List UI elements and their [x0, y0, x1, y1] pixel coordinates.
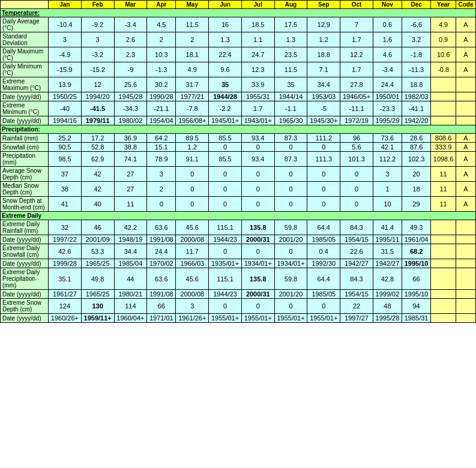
data-cell — [431, 235, 456, 244]
data-cell: 3 — [81, 32, 114, 47]
data-cell: 4.9 — [431, 17, 456, 32]
data-cell: 96 — [340, 134, 373, 143]
data-cell: 15.1 — [147, 143, 176, 152]
data-cell: 13.9 — [49, 77, 82, 92]
data-cell: 1946/05+ — [340, 92, 373, 101]
data-cell — [456, 314, 476, 323]
data-cell: 1997/27 — [340, 314, 373, 323]
data-cell: 333.9 — [431, 143, 456, 152]
data-cell: 10.3 — [147, 47, 176, 62]
data-cell: 42.2 — [114, 220, 147, 235]
data-cell: 35.1 — [49, 268, 82, 290]
data-cell: 124 — [49, 299, 82, 314]
table-row: Extreme Daily Snowfall (cm)42.653.334.42… — [1, 244, 476, 259]
data-cell — [431, 220, 456, 235]
data-cell: 1995/10 — [402, 259, 431, 268]
data-cell — [456, 116, 476, 125]
data-cell: 1985/05 — [307, 290, 340, 299]
data-cell: 52.8 — [81, 143, 114, 152]
data-cell: 4.9 — [176, 62, 209, 77]
data-cell: 1.2 — [307, 32, 340, 47]
data-cell: 3 — [49, 32, 82, 47]
table-row: Temperature: — [1, 9, 476, 17]
data-cell: 42.6 — [49, 244, 82, 259]
data-cell — [431, 314, 456, 323]
row-label-cell: Date (yyyy/dd) — [1, 235, 49, 244]
col-oct: Oct — [340, 1, 373, 9]
data-cell: 1945/30+ — [307, 116, 340, 125]
data-cell: -40 — [49, 101, 82, 116]
data-cell — [456, 268, 476, 290]
data-cell: 1961/26+ — [176, 314, 209, 323]
table-row: Extreme Maximum (°C)13.91225.630.231.735… — [1, 77, 476, 92]
data-cell: 18.1 — [176, 47, 209, 62]
data-cell: 1954/04 — [147, 116, 176, 125]
data-cell: 1953/03 — [307, 92, 340, 101]
data-cell: 1955/31 — [241, 92, 274, 101]
data-cell: -10.4 — [49, 17, 82, 32]
data-cell — [431, 299, 456, 314]
data-cell: 0 — [241, 299, 274, 314]
data-cell: 91.1 — [176, 152, 209, 167]
data-cell: 2001/09 — [81, 235, 114, 244]
col-year: Year — [431, 1, 456, 9]
data-cell: 11.5 — [274, 62, 307, 77]
table-row: Date (yyyy/dd)1999/281965/251985/041970/… — [1, 259, 476, 268]
row-label-header — [1, 1, 49, 9]
data-cell: 135.8 — [241, 220, 274, 235]
table-row: Standard Deviation332.6221.31.11.31.21.7… — [1, 32, 476, 47]
data-cell: 28.6 — [402, 134, 431, 143]
table-row: Extreme Snow Depth (cm)12413011466300002… — [1, 299, 476, 314]
climate-data-table: Jan Feb Mar Apr May Jun Jul Aug Sep Oct … — [0, 0, 476, 323]
table-row: Average Snow Depth (cm)37422730000003201… — [1, 167, 476, 182]
data-cell: 0 — [241, 143, 274, 152]
data-cell: 0 — [209, 143, 242, 152]
data-cell: 1959/11+ — [81, 314, 114, 323]
data-cell: 1955/01+ — [241, 314, 274, 323]
table-row: Extreme Daily — [1, 212, 476, 220]
data-cell: 1961/04 — [402, 235, 431, 244]
data-cell: 0 — [209, 244, 242, 259]
data-cell: 1991/08 — [147, 290, 176, 299]
data-cell: 0 — [340, 197, 373, 212]
data-cell: 0 — [176, 167, 209, 182]
data-cell: 49.8 — [81, 268, 114, 290]
data-cell — [431, 290, 456, 299]
data-cell: 1960/26+ — [49, 314, 82, 323]
data-cell: 0 — [274, 299, 307, 314]
row-label-cell: Precipitation (mm) — [1, 152, 49, 167]
data-cell: 46 — [81, 220, 114, 235]
table-row: Daily Average (°C)-10.4-9.2-3.44.511.516… — [1, 17, 476, 32]
data-cell: 1944/28 — [209, 92, 242, 101]
data-cell: 0 — [176, 197, 209, 212]
data-cell: 3 — [176, 299, 209, 314]
data-cell: 1.2 — [176, 143, 209, 152]
data-cell: -3.4 — [114, 17, 147, 32]
row-label-cell: Date (yyyy/dd) — [1, 259, 49, 268]
data-cell: 33.9 — [241, 77, 274, 92]
data-cell: 0 — [274, 143, 307, 152]
data-cell: 1995/10 — [402, 290, 431, 299]
data-cell: 66 — [147, 299, 176, 314]
table-row: Daily Maximum (°C)-4.9-3.22.310.318.122.… — [1, 47, 476, 62]
data-cell: 1955/01+ — [307, 314, 340, 323]
data-cell: 1.1 — [241, 32, 274, 47]
data-cell: 64.2 — [147, 134, 176, 143]
data-cell: 1934/01+ — [274, 259, 307, 268]
data-cell: 44 — [114, 268, 147, 290]
data-cell: 2 — [176, 32, 209, 47]
data-cell: 1985/04 — [114, 259, 147, 268]
data-cell: 4.6 — [373, 47, 402, 62]
row-label-cell: Standard Deviation — [1, 32, 49, 47]
data-cell: 0 — [274, 182, 307, 197]
data-cell: -3.2 — [81, 47, 114, 62]
data-cell: 1098.6 — [431, 152, 456, 167]
data-cell: 93.4 — [241, 152, 274, 167]
data-cell: 11.5 — [176, 17, 209, 32]
table-row: Extreme Daily Rainfall (mm)324642.263.64… — [1, 220, 476, 235]
data-cell: 1935/01+ — [209, 259, 242, 268]
data-cell: 1995/11 — [373, 235, 402, 244]
data-cell: 1971/01 — [147, 314, 176, 323]
col-aug: Aug — [274, 1, 307, 9]
row-label-cell: Date (yyyy/dd) — [1, 116, 49, 125]
